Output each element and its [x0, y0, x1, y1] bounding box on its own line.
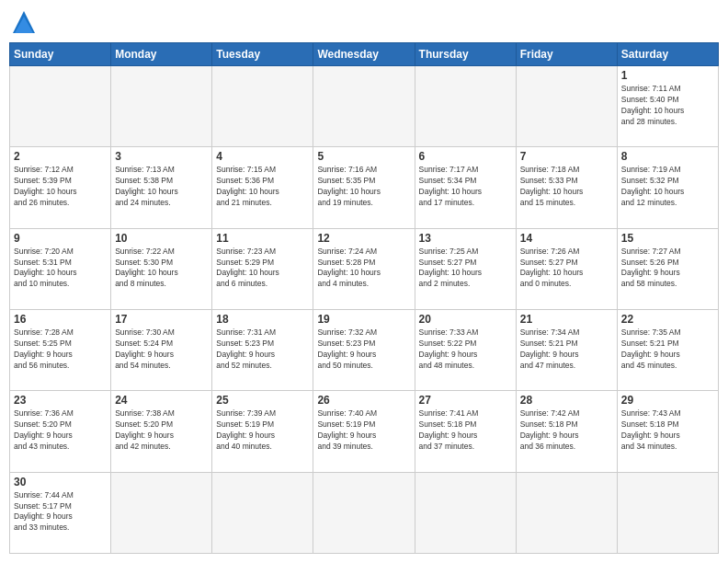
day-info: Sunrise: 7:17 AM Sunset: 5:34 PM Dayligh… — [419, 165, 512, 209]
day-info: Sunrise: 7:32 AM Sunset: 5:23 PM Dayligh… — [317, 327, 410, 372]
calendar-cell — [617, 472, 718, 553]
calendar-row-4: 16Sunrise: 7:28 AM Sunset: 5:25 PM Dayli… — [10, 309, 719, 390]
calendar-cell — [212, 472, 313, 553]
calendar-row-6: 30Sunrise: 7:44 AM Sunset: 5:17 PM Dayli… — [10, 472, 719, 553]
day-info: Sunrise: 7:16 AM Sunset: 5:35 PM Dayligh… — [317, 165, 410, 209]
day-info: Sunrise: 7:43 AM Sunset: 5:18 PM Dayligh… — [621, 408, 714, 453]
day-info: Sunrise: 7:26 AM Sunset: 5:27 PM Dayligh… — [520, 247, 613, 291]
day-info: Sunrise: 7:24 AM Sunset: 5:28 PM Dayligh… — [317, 247, 410, 291]
calendar-cell — [516, 472, 617, 553]
weekday-header-row: SundayMondayTuesdayWednesdayThursdayFrid… — [10, 43, 719, 66]
day-number: 16 — [14, 313, 107, 326]
calendar-cell: 6Sunrise: 7:17 AM Sunset: 5:34 PM Daylig… — [415, 147, 516, 228]
day-number: 2 — [14, 150, 107, 163]
day-number: 1 — [621, 69, 714, 82]
calendar-cell: 25Sunrise: 7:39 AM Sunset: 5:19 PM Dayli… — [212, 391, 313, 472]
weekday-thursday: Thursday — [415, 43, 516, 66]
weekday-wednesday: Wednesday — [313, 43, 415, 66]
day-info: Sunrise: 7:18 AM Sunset: 5:33 PM Dayligh… — [520, 165, 613, 209]
calendar-cell: 4Sunrise: 7:15 AM Sunset: 5:36 PM Daylig… — [212, 147, 313, 228]
calendar-row-2: 2Sunrise: 7:12 AM Sunset: 5:39 PM Daylig… — [10, 147, 719, 228]
day-number: 6 — [419, 150, 512, 163]
calendar-cell: 1Sunrise: 7:11 AM Sunset: 5:40 PM Daylig… — [617, 66, 718, 147]
day-number: 18 — [216, 313, 309, 326]
day-number: 7 — [520, 150, 613, 163]
day-info: Sunrise: 7:20 AM Sunset: 5:31 PM Dayligh… — [14, 247, 107, 291]
calendar-cell — [313, 66, 415, 147]
day-number: 27 — [419, 394, 512, 407]
weekday-monday: Monday — [111, 43, 212, 66]
calendar-cell: 17Sunrise: 7:30 AM Sunset: 5:24 PM Dayli… — [111, 309, 212, 390]
day-info: Sunrise: 7:23 AM Sunset: 5:29 PM Dayligh… — [216, 247, 309, 291]
page: SundayMondayTuesdayWednesdayThursdayFrid… — [0, 0, 728, 563]
day-info: Sunrise: 7:19 AM Sunset: 5:32 PM Dayligh… — [621, 165, 714, 209]
calendar-row-1: 1Sunrise: 7:11 AM Sunset: 5:40 PM Daylig… — [10, 66, 719, 147]
weekday-friday: Friday — [516, 43, 617, 66]
calendar-cell: 5Sunrise: 7:16 AM Sunset: 5:35 PM Daylig… — [313, 147, 415, 228]
day-info: Sunrise: 7:31 AM Sunset: 5:23 PM Dayligh… — [216, 327, 309, 372]
day-number: 5 — [317, 150, 410, 163]
day-number: 17 — [115, 313, 208, 326]
day-number: 14 — [520, 232, 613, 245]
calendar-cell: 10Sunrise: 7:22 AM Sunset: 5:30 PM Dayli… — [111, 228, 212, 309]
calendar-cell: 8Sunrise: 7:19 AM Sunset: 5:32 PM Daylig… — [617, 147, 718, 228]
day-info: Sunrise: 7:35 AM Sunset: 5:21 PM Dayligh… — [621, 327, 714, 372]
calendar-row-3: 9Sunrise: 7:20 AM Sunset: 5:31 PM Daylig… — [10, 228, 719, 309]
day-number: 9 — [14, 232, 107, 245]
day-number: 22 — [621, 313, 714, 326]
calendar-cell: 2Sunrise: 7:12 AM Sunset: 5:39 PM Daylig… — [10, 147, 111, 228]
day-info: Sunrise: 7:22 AM Sunset: 5:30 PM Dayligh… — [115, 247, 208, 291]
calendar-cell: 11Sunrise: 7:23 AM Sunset: 5:29 PM Dayli… — [212, 228, 313, 309]
day-number: 15 — [621, 232, 714, 245]
calendar: SundayMondayTuesdayWednesdayThursdayFrid… — [9, 42, 719, 554]
day-number: 26 — [317, 394, 410, 407]
day-number: 8 — [621, 150, 714, 163]
day-info: Sunrise: 7:42 AM Sunset: 5:18 PM Dayligh… — [520, 408, 613, 453]
day-info: Sunrise: 7:12 AM Sunset: 5:39 PM Dayligh… — [14, 165, 107, 209]
calendar-cell — [111, 66, 212, 147]
day-info: Sunrise: 7:11 AM Sunset: 5:40 PM Dayligh… — [621, 84, 714, 128]
calendar-cell: 16Sunrise: 7:28 AM Sunset: 5:25 PM Dayli… — [10, 309, 111, 390]
day-number: 23 — [14, 394, 107, 407]
day-number: 21 — [520, 313, 613, 326]
calendar-cell: 23Sunrise: 7:36 AM Sunset: 5:20 PM Dayli… — [10, 391, 111, 472]
calendar-cell: 9Sunrise: 7:20 AM Sunset: 5:31 PM Daylig… — [10, 228, 111, 309]
calendar-cell: 24Sunrise: 7:38 AM Sunset: 5:20 PM Dayli… — [111, 391, 212, 472]
day-number: 29 — [621, 394, 714, 407]
day-number: 19 — [317, 313, 410, 326]
day-number: 4 — [216, 150, 309, 163]
calendar-cell: 7Sunrise: 7:18 AM Sunset: 5:33 PM Daylig… — [516, 147, 617, 228]
calendar-cell: 26Sunrise: 7:40 AM Sunset: 5:19 PM Dayli… — [313, 391, 415, 472]
calendar-cell: 13Sunrise: 7:25 AM Sunset: 5:27 PM Dayli… — [415, 228, 516, 309]
day-number: 12 — [317, 232, 410, 245]
day-number: 10 — [115, 232, 208, 245]
day-info: Sunrise: 7:39 AM Sunset: 5:19 PM Dayligh… — [216, 408, 309, 453]
weekday-sunday: Sunday — [10, 43, 111, 66]
calendar-cell — [212, 66, 313, 147]
day-info: Sunrise: 7:40 AM Sunset: 5:19 PM Dayligh… — [317, 408, 410, 453]
day-number: 30 — [14, 476, 107, 488]
calendar-cell: 19Sunrise: 7:32 AM Sunset: 5:23 PM Dayli… — [313, 309, 415, 390]
calendar-cell — [10, 66, 111, 147]
day-info: Sunrise: 7:36 AM Sunset: 5:20 PM Dayligh… — [14, 408, 107, 453]
logo — [9, 9, 42, 35]
calendar-cell: 14Sunrise: 7:26 AM Sunset: 5:27 PM Dayli… — [516, 228, 617, 309]
calendar-cell: 22Sunrise: 7:35 AM Sunset: 5:21 PM Dayli… — [617, 309, 718, 390]
day-info: Sunrise: 7:15 AM Sunset: 5:36 PM Dayligh… — [216, 165, 309, 209]
day-info: Sunrise: 7:30 AM Sunset: 5:24 PM Dayligh… — [115, 327, 208, 372]
day-info: Sunrise: 7:27 AM Sunset: 5:26 PM Dayligh… — [621, 247, 714, 291]
calendar-cell: 15Sunrise: 7:27 AM Sunset: 5:26 PM Dayli… — [617, 228, 718, 309]
day-info: Sunrise: 7:25 AM Sunset: 5:27 PM Dayligh… — [419, 247, 512, 291]
day-info: Sunrise: 7:41 AM Sunset: 5:18 PM Dayligh… — [419, 408, 512, 453]
day-number: 25 — [216, 394, 309, 407]
day-info: Sunrise: 7:38 AM Sunset: 5:20 PM Dayligh… — [115, 408, 208, 453]
calendar-cell: 18Sunrise: 7:31 AM Sunset: 5:23 PM Dayli… — [212, 309, 313, 390]
calendar-cell — [313, 472, 415, 553]
calendar-cell — [415, 66, 516, 147]
day-number: 13 — [419, 232, 512, 245]
day-number: 20 — [419, 313, 512, 326]
calendar-cell: 28Sunrise: 7:42 AM Sunset: 5:18 PM Dayli… — [516, 391, 617, 472]
weekday-tuesday: Tuesday — [212, 43, 313, 66]
calendar-cell: 12Sunrise: 7:24 AM Sunset: 5:28 PM Dayli… — [313, 228, 415, 309]
day-info: Sunrise: 7:13 AM Sunset: 5:38 PM Dayligh… — [115, 165, 208, 209]
